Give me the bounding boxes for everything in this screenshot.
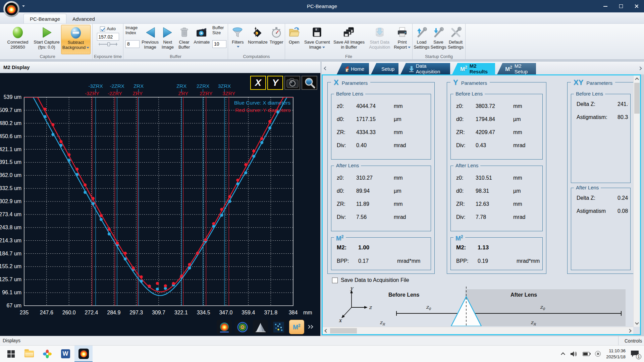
subtract-background-button[interactable]: Subtract Background	[61, 25, 91, 54]
display-target-button[interactable]	[235, 320, 250, 334]
param-row: Delta Z:0.240	[577, 193, 628, 206]
snapshot-button[interactable]	[284, 76, 300, 90]
svg-text:3ZRY: 3ZRY	[222, 90, 235, 96]
ribbon-tab-pc-beamage[interactable]: PC-Beamage	[23, 14, 66, 23]
next-image-button[interactable]: Next Image	[159, 25, 176, 54]
dropdown-arrow-icon	[237, 46, 239, 48]
param-value: 0.080	[618, 208, 628, 214]
param-label: Div:	[337, 214, 356, 220]
clear-buffer-button[interactable]: Clear Buffer	[176, 25, 193, 54]
param-value: 0.17	[358, 258, 397, 264]
buffer-size-input[interactable]	[212, 40, 226, 48]
auto-exposure-checkbox[interactable]	[100, 26, 105, 32]
trigger-button[interactable]: Trigger	[269, 25, 284, 54]
param-value: 0.43	[476, 142, 513, 148]
notification-center-button[interactable]: 1	[631, 351, 639, 357]
speaker-icon[interactable]	[570, 351, 577, 357]
filters-button[interactable]: Filters	[229, 25, 247, 54]
taskbar-pc-beamage[interactable]	[74, 346, 93, 362]
x-m2-box: M2 M2:1.00BPP:0.17mrad*mm	[331, 237, 431, 270]
status-controls[interactable]: Controls	[618, 336, 644, 345]
svg-text:260.0: 260.0	[62, 310, 76, 315]
minimize-button[interactable]	[598, 0, 613, 12]
image-index-input[interactable]	[125, 40, 140, 48]
param-unit: mrad*mm	[397, 258, 429, 264]
param-label: Astigmatism	[577, 208, 618, 214]
print-report-button[interactable]: Print Report	[393, 25, 412, 54]
horizontal-scrollbar-thumb[interactable]	[330, 328, 357, 334]
svg-text:359.4: 359.4	[241, 310, 255, 315]
normalize-icon	[251, 26, 264, 39]
ribbon-tab-advanced[interactable]: Advanced	[66, 14, 101, 23]
start-capture-button[interactable]: Start Capture (fps: 0.0)	[32, 25, 61, 54]
connected-button[interactable]: Connected 295650	[3, 25, 32, 54]
param-label: M2:	[456, 244, 478, 251]
tab-scroll-right-icon[interactable]	[638, 66, 642, 70]
param-value: 241.021	[618, 101, 628, 107]
taskbar-word[interactable]: W	[56, 346, 74, 362]
animate-button[interactable]: Animate	[193, 25, 211, 54]
svg-text:2ZRX: 2ZRX	[197, 83, 209, 89]
display-beam-profile-button[interactable]	[217, 320, 232, 334]
save-settings-button[interactable]: Save Settings	[430, 25, 447, 54]
default-settings-button[interactable]: Default Settings	[447, 25, 465, 54]
svg-text:302.9 um: 302.9 um	[0, 198, 21, 204]
tab-m2-results[interactable]: M2 M2 Results	[452, 63, 495, 74]
battery-icon[interactable]	[583, 352, 590, 356]
display-m2-button[interactable]: M2	[289, 320, 304, 334]
load-settings-button[interactable]: Load Settings	[413, 25, 430, 54]
y-axis-icon: Y	[453, 78, 458, 87]
vertical-scrollbar-thumb[interactable]	[634, 83, 640, 114]
start-button[interactable]	[2, 346, 20, 362]
tab-m2-setup[interactable]: M2 M2 Setup	[497, 63, 536, 74]
svg-text:3ZRX: 3ZRX	[218, 83, 231, 89]
title-bar: PC-Beamage	[0, 0, 644, 12]
param-row: z0:4044.74mm	[337, 100, 429, 113]
word-icon: W	[61, 349, 70, 358]
close-button[interactable]	[629, 0, 644, 12]
tray-disconnect-icon[interactable]	[595, 351, 601, 357]
open-folder-icon	[288, 26, 301, 39]
y-parameters-panel: YParameters Before Lens z0:3803.72mmd0:1…	[447, 82, 546, 274]
param-label: ZR:	[337, 201, 356, 207]
vertical-scrollbar[interactable]	[633, 75, 640, 327]
exposure-slider[interactable]	[99, 42, 117, 47]
tab-data-acquisition[interactable]: Data Acquisition	[400, 63, 450, 74]
previous-image-button[interactable]: Previous Image	[141, 25, 159, 54]
x-after-lens-box: After Lens z0:310.27mmd0:89.94µmZR:11.89…	[331, 166, 431, 231]
pc-beamage-icon	[78, 349, 89, 359]
tab-setup[interactable]: Setup	[371, 63, 398, 74]
tab-scroll-left-icon[interactable]	[324, 66, 327, 70]
save-current-image-button[interactable]: Save Current Image	[303, 25, 332, 54]
param-row: BPP:0.17mrad*mm	[337, 254, 429, 268]
play-icon	[40, 26, 53, 39]
m2-logo-icon: M2	[460, 65, 467, 73]
taskbar-app-pinwheel[interactable]	[38, 346, 56, 362]
taskbar-clock[interactable]: 11:10:36 2025/1/18	[606, 348, 626, 360]
display-3d-view-button[interactable]	[253, 320, 268, 334]
exposure-time-input[interactable]	[97, 33, 119, 41]
save-all-images-button[interactable]: Save All Images in Buffer	[332, 25, 366, 54]
maximize-button[interactable]	[613, 0, 629, 12]
normalize-button[interactable]: Normalize	[247, 25, 269, 54]
tray-expand-icon[interactable]	[561, 352, 565, 357]
svg-text:273.4 um: 273.4 um	[0, 212, 21, 217]
save-data-checkbox[interactable]	[332, 278, 338, 283]
open-button[interactable]: Open	[286, 25, 303, 54]
ribbon-group-exposure: Auto Exposure time	[93, 24, 123, 59]
horizontal-scrollbar[interactable]	[323, 327, 633, 334]
zoom-button[interactable]	[302, 76, 317, 90]
magnifier-icon	[303, 77, 316, 89]
display-scatter-button[interactable]	[271, 320, 286, 334]
svg-text:-3ZRY: -3ZRY	[85, 90, 99, 96]
save-data-label: Save Data to Acquisition File	[341, 277, 409, 283]
svg-text:184.7 um: 184.7 um	[0, 251, 21, 256]
param-unit: mrad	[513, 214, 540, 220]
tab-home[interactable]: Home	[337, 63, 369, 74]
taskbar-file-explorer[interactable]	[20, 346, 38, 362]
more-displays-icon[interactable]	[307, 324, 313, 330]
toggle-y-curve-button[interactable]: Y	[267, 76, 283, 90]
svg-text:-2ZRY: -2ZRY	[108, 90, 122, 96]
app-logo-icon[interactable]	[3, 1, 19, 17]
toggle-x-curve-button[interactable]: X	[250, 76, 266, 90]
